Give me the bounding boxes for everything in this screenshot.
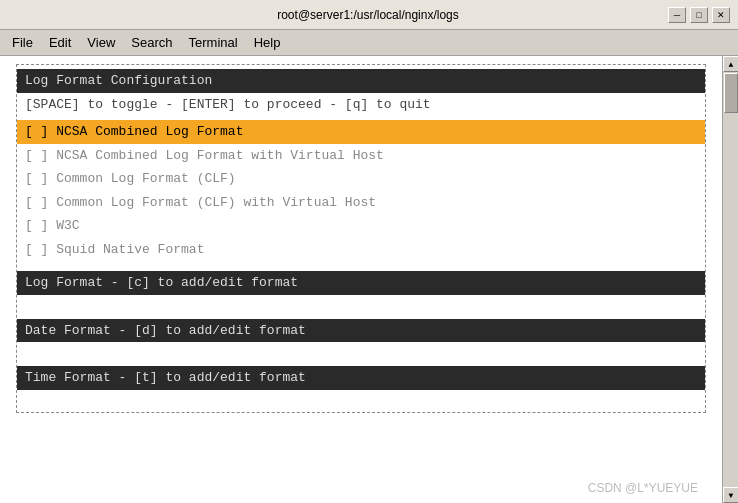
window-controls: ─ □ ✕ [668,7,730,23]
menu-help[interactable]: Help [246,33,289,52]
scroll-up-button[interactable]: ▲ [723,56,738,72]
menu-edit[interactable]: Edit [41,33,79,52]
hint-line: [SPACE] to toggle - [ENTER] to proceed -… [17,93,705,117]
option-ncsa-combined-vhost[interactable]: [ ] NCSA Combined Log Format with Virtua… [17,144,705,168]
menu-bar: File Edit View Search Terminal Help [0,30,738,56]
log-format-header: Log Format - [c] to add/edit format [17,271,705,295]
title-bar: root@server1:/usr/local/nginx/logs ─ □ ✕ [0,0,738,30]
menu-file[interactable]: File [4,33,41,52]
date-format-header: Date Format - [d] to add/edit format [17,319,705,343]
scroll-thumb[interactable] [724,73,738,113]
menu-search[interactable]: Search [123,33,180,52]
scroll-track[interactable] [723,72,738,487]
log-format-config-header: Log Format Configuration [17,69,705,93]
option-ncsa-combined[interactable]: [ ] NCSA Combined Log Format [17,120,705,144]
close-button[interactable]: ✕ [712,7,730,23]
option-w3c[interactable]: [ ] W3C [17,214,705,238]
watermark: CSDN @L*YUEYUE [588,481,698,495]
scroll-down-button[interactable]: ▼ [723,487,738,503]
option-clf-vhost[interactable]: [ ] Common Log Format (CLF) with Virtual… [17,191,705,215]
menu-terminal[interactable]: Terminal [181,33,246,52]
maximize-button[interactable]: □ [690,7,708,23]
main-config-box: Log Format Configuration [SPACE] to togg… [16,64,706,413]
window-title: root@server1:/usr/local/nginx/logs [68,8,668,22]
terminal-area: Log Format Configuration [SPACE] to togg… [0,56,722,503]
scrollbar[interactable]: ▲ ▼ [722,56,738,503]
minimize-button[interactable]: ─ [668,7,686,23]
terminal-wrapper: Log Format Configuration [SPACE] to togg… [0,56,738,503]
menu-view[interactable]: View [79,33,123,52]
option-squid[interactable]: [ ] Squid Native Format [17,238,705,262]
terminal-content: Log Format Configuration [SPACE] to togg… [0,56,722,421]
option-clf[interactable]: [ ] Common Log Format (CLF) [17,167,705,191]
time-format-header: Time Format - [t] to add/edit format [17,366,705,390]
